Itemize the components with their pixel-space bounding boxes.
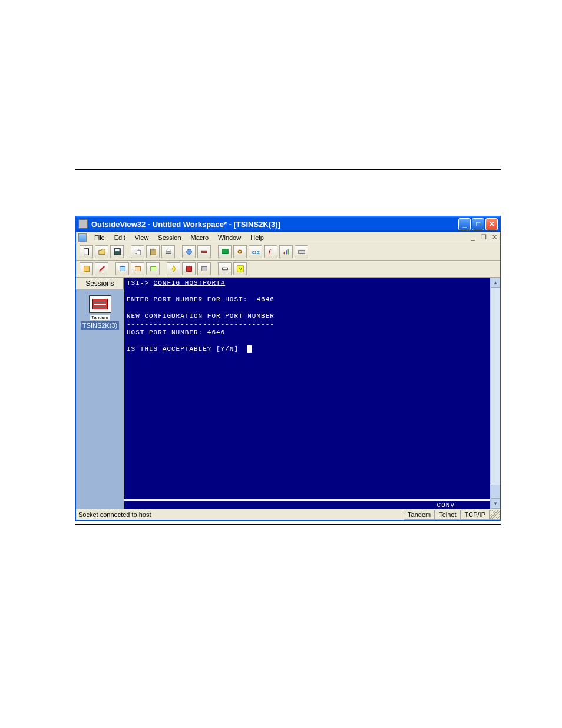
work-area: Sessions Tandem TSINS2K(3) TSI-> CONFIG_…: [76, 278, 500, 509]
menu-view[interactable]: View: [131, 233, 153, 242]
svg-text:f: f: [268, 248, 271, 255]
menu-edit[interactable]: Edit: [110, 233, 130, 242]
tool-button[interactable]: [182, 262, 196, 275]
paste-button[interactable]: [146, 245, 160, 258]
menu-help[interactable]: Help: [246, 233, 268, 242]
menu-macro[interactable]: Macro: [187, 233, 213, 242]
tool-button[interactable]: [167, 262, 180, 275]
toolbar-separator: [110, 262, 114, 275]
close-button[interactable]: ✕: [485, 218, 498, 230]
resize-grip[interactable]: [490, 510, 500, 520]
divider-bottom: [75, 524, 501, 525]
sessions-header[interactable]: Sessions: [76, 278, 124, 289]
terminal-prompt: TSI->: [127, 279, 154, 286]
tool-button[interactable]: [115, 262, 129, 275]
terminal-wrap: TSI-> CONFIG_HOSTPORT# ENTER PORT NUMBER…: [124, 278, 490, 509]
window-controls: _ □ ✕: [458, 218, 498, 230]
terminal-line: HOST PORT NUMBER: 4646: [127, 329, 225, 336]
mdi-controls: _ ❐ ✕: [469, 233, 498, 241]
divider-top: [75, 169, 501, 170]
scroll-down-button[interactable]: ▼: [491, 499, 500, 509]
window-title: OutsideView32 - Untitled Workspace* - [T…: [91, 220, 458, 229]
new-button[interactable]: [80, 245, 93, 258]
function-button[interactable]: f: [264, 245, 277, 258]
statusbar: Socket connected to host Tandem Telnet T…: [76, 509, 500, 520]
svg-rect-15: [286, 250, 287, 254]
terminal-line: NEW CONFIGURATION FOR PORT NUMBER: [127, 312, 275, 319]
minimize-button[interactable]: _: [458, 218, 471, 230]
svg-rect-24: [222, 268, 227, 270]
tool-button[interactable]: [95, 262, 108, 275]
toolbar-separator: [161, 262, 165, 275]
svg-rect-19: [120, 267, 125, 271]
cursor-icon: [247, 345, 252, 353]
svg-rect-8: [167, 249, 170, 252]
copy-button[interactable]: [131, 245, 144, 258]
toolbar-separator: [125, 245, 129, 258]
vertical-scrollbar[interactable]: ▲ ▼: [490, 278, 500, 509]
status-protocol: Telnet: [435, 510, 460, 520]
binary-button[interactable]: 0101: [249, 245, 262, 258]
terminal-line: ---------------------------------: [127, 321, 275, 328]
svg-rect-4: [137, 250, 140, 255]
terminal-line: IS THIS ACCEPTABLE? [Y/N]: [127, 345, 247, 353]
disconnect-button[interactable]: [197, 245, 211, 258]
menubar: File Edit View Session Macro Window Help…: [76, 232, 500, 243]
session-icon: [89, 295, 111, 313]
tool-button[interactable]: [197, 262, 211, 275]
toolbar-separator: [213, 245, 216, 258]
mdi-close-button[interactable]: ✕: [490, 233, 498, 241]
help-button[interactable]: ?: [233, 262, 247, 275]
link-button[interactable]: [233, 245, 247, 258]
terminal-line: ENTER PORT NUMBER FOR HOST: 4646: [127, 296, 275, 303]
session-item[interactable]: Tandem TSINS2K(3): [76, 295, 124, 330]
menu-session[interactable]: Session: [154, 233, 185, 242]
svg-rect-17: [298, 250, 305, 253]
terminal-command: CONFIG_HOSTPORT#: [154, 279, 226, 286]
sessions-panel: Sessions Tandem TSINS2K(3): [76, 278, 124, 509]
scroll-up-button[interactable]: ▲: [491, 278, 500, 288]
menu-file[interactable]: File: [90, 233, 109, 242]
svg-rect-14: [283, 252, 285, 254]
scroll-thumb[interactable]: [491, 485, 500, 499]
terminal-mode: CONV: [437, 502, 455, 509]
tool-button[interactable]: [218, 262, 232, 275]
app-window: OutsideView32 - Untitled Workspace* - [T…: [75, 216, 501, 521]
svg-rect-11: [222, 249, 228, 254]
svg-text:0101: 0101: [252, 251, 259, 255]
mdi-minimize-button[interactable]: _: [469, 233, 477, 241]
terminal[interactable]: TSI-> CONFIG_HOSTPORT# ENTER PORT NUMBER…: [124, 278, 490, 509]
tool-button[interactable]: [131, 262, 144, 275]
toolbar-row-1: 0101 f: [76, 243, 500, 261]
open-button[interactable]: [95, 245, 108, 258]
tool-button[interactable]: [146, 262, 160, 275]
mdi-icon[interactable]: [78, 233, 87, 242]
connect-button[interactable]: [182, 245, 196, 258]
mdi-restore-button[interactable]: ❐: [480, 233, 488, 241]
svg-rect-23: [201, 267, 207, 271]
svg-rect-10: [201, 251, 207, 253]
svg-rect-21: [150, 267, 156, 271]
toolbar-row-2: ?: [76, 261, 500, 278]
svg-rect-22: [186, 266, 191, 272]
keyboard-button[interactable]: [295, 245, 308, 258]
terminal-status-line: CONV: [124, 499, 490, 509]
tool-button[interactable]: [80, 262, 93, 275]
maximize-button[interactable]: □: [472, 218, 484, 230]
svg-point-9: [186, 249, 191, 255]
toolbar-separator: [213, 262, 216, 275]
print-button[interactable]: [161, 245, 175, 258]
svg-rect-16: [287, 249, 289, 255]
session-caption: Tandem: [90, 315, 109, 320]
toolbar-separator: [177, 245, 180, 258]
svg-rect-2: [115, 249, 119, 252]
titlebar[interactable]: OutsideView32 - Untitled Workspace* - [T…: [76, 216, 500, 232]
svg-rect-0: [84, 249, 88, 255]
status-transport: TCP/IP: [461, 510, 490, 520]
chart-button[interactable]: [279, 245, 293, 258]
save-button[interactable]: [110, 245, 124, 258]
status-emulation: Tandem: [404, 510, 435, 520]
menu-window[interactable]: Window: [214, 233, 245, 242]
app-icon: [78, 219, 88, 229]
screen-button[interactable]: [218, 245, 232, 258]
